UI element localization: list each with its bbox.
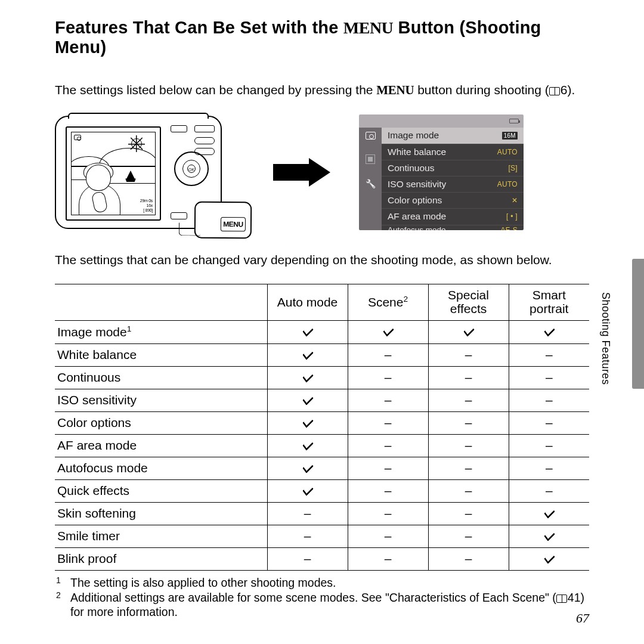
table-cell: – [348,389,428,411]
check-icon [301,351,314,359]
camera-illustration: 29m 0s 16x [ 890] OK MENU [55,116,222,229]
table-cell: – [348,343,428,366]
table-cell: – [428,366,509,389]
row-label: Autofocus mode [55,457,267,479]
row-label: Blink proof [55,547,267,570]
control-wheel: OK [174,151,209,186]
check-icon [301,487,314,495]
dash: – [304,529,311,543]
menu-item: Color options✕ [382,193,524,209]
dash: – [304,506,311,520]
dash: – [465,438,472,452]
column-header: Auto mode [267,284,348,320]
dash: – [385,529,392,543]
table-cell: – [348,502,428,525]
dash: – [546,484,553,497]
row-label: Image mode1 [55,320,267,343]
row-label: ISO sensitivity [55,389,267,411]
table-cell: – [428,389,509,411]
table-cell: – [428,343,509,366]
control-button [194,137,215,144]
row-label: White balance [55,343,267,366]
dash: – [385,552,392,565]
table-cell [509,547,589,570]
dash: – [546,393,553,407]
table-cell: – [348,411,428,434]
table-cell: – [428,525,509,547]
shooting-mode-icon [74,135,81,140]
menu-button-label: MENU [221,217,246,231]
row-label: Continuous [55,366,267,389]
intro-paragraph: The settings listed below can be changed… [55,81,589,99]
table-row: Image mode1 [55,320,589,343]
footnotes: 1 The setting is also applied to other s… [55,575,589,620]
dash: – [465,393,472,407]
menu-item: Image mode16M [382,128,524,144]
menu-item-value: AF-S [500,226,518,231]
dash: – [385,393,392,407]
dash: – [385,438,392,452]
dash: – [546,438,553,452]
menu-item-label: Color options [388,195,442,206]
menu-item-label: Continuous [388,163,434,174]
table-row: Skin softening––– [55,502,589,525]
check-icon [462,327,475,336]
page-number: 67 [576,611,589,626]
thumb-index [632,259,644,389]
control-button [171,125,187,132]
table-cell: – [428,434,509,457]
table-cell [267,411,348,434]
row-label: AF area mode [55,434,267,457]
menu-item-label: Image mode [388,130,439,141]
footnote-2: 2 Additional settings are available for … [56,590,589,620]
menu-item: Autofocus modeAF-S [382,225,524,231]
menu-item-value: AUTO [497,180,518,188]
menu-item-value: AUTO [497,148,518,156]
table-row: White balance––– [55,343,589,366]
table-row: AF area mode––– [55,434,589,457]
check-icon [543,327,556,336]
check-icon [301,441,314,450]
table-cell: – [509,343,589,366]
camera-tab-icon [364,130,376,141]
page-ref-icon [549,87,560,95]
dash: – [385,416,392,429]
footnote-1: 1 The setting is also applied to other s… [56,575,589,590]
check-icon [301,327,314,336]
control-button [171,212,187,219]
dash: – [385,370,392,384]
table-cell: – [267,547,348,570]
diagram-row: 29m 0s 16x [ 890] OK MENU [55,114,589,230]
table-row: Autofocus mode––– [55,457,589,479]
column-header: Specialeffects [428,284,509,320]
menu-item-value: [ • ] [506,212,518,221]
boat-icon [124,171,137,182]
table-cell: – [428,502,509,525]
table-cell: – [509,389,589,411]
table-cell: – [428,457,509,479]
setup-tab-icon [364,178,376,188]
column-header: Smartportrait [509,284,589,320]
table-row: Continuous––– [55,366,589,389]
table-cell [267,320,348,343]
dash: – [546,461,553,475]
row-label: Color options [55,411,267,434]
menu-button-callout: MENU [194,202,252,239]
table-cell: – [509,366,589,389]
screen-status-text: 29m 0s 16x [ 890] [140,199,153,212]
table-row: Quick effects––– [55,479,589,502]
menu-list: Image mode16MWhite balanceAUTOContinuous… [382,128,524,230]
arrow-right-icon [273,158,335,187]
menu-item-label: Autofocus mode [388,225,446,230]
table-cell: – [428,547,509,570]
row-label: Skin softening [55,502,267,525]
menu-item: ISO sensitivityAUTO [382,177,524,193]
table-cell [428,320,509,343]
dash: – [546,416,553,429]
check-icon [301,373,314,382]
check-icon [543,532,556,540]
page-title: Features That Can Be Set with the MENU B… [55,18,589,57]
check-icon [382,327,395,336]
table-cell: – [348,547,428,570]
menu-item-label: White balance [388,147,446,157]
